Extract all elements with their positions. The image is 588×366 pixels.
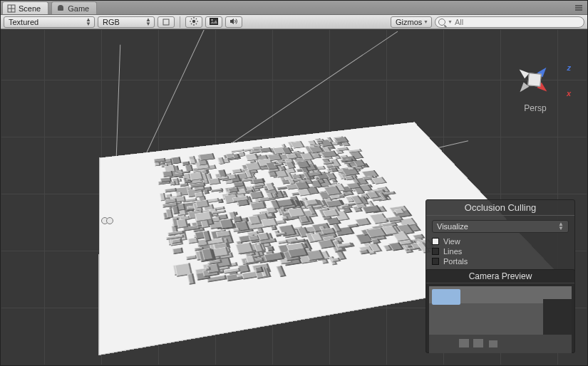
- building-block: [199, 153, 215, 161]
- chevron-down-icon: ▼: [448, 19, 453, 24]
- tab-scene-label: Scene: [19, 4, 41, 13]
- preview-box: [473, 339, 483, 347]
- search-input[interactable]: [455, 18, 581, 26]
- scene-camera-gizmo[interactable]: [101, 216, 114, 225]
- building-block: [331, 257, 341, 262]
- toolbar-separator: [180, 16, 180, 28]
- preview-box: [489, 340, 497, 347]
- image-effects-toggle[interactable]: [205, 16, 222, 28]
- scene-icon: [7, 4, 16, 13]
- building-block: [228, 174, 237, 179]
- picture-icon: [210, 18, 218, 26]
- search-icon: [438, 19, 445, 26]
- svg-line-14: [191, 23, 192, 23]
- game-icon: [56, 4, 65, 13]
- gizmos-dropdown[interactable]: Gizmos ▼: [391, 16, 432, 28]
- preview-floor: [429, 335, 572, 353]
- occlusion-lines-label: Lines: [443, 247, 462, 256]
- projection-label[interactable]: Persp: [500, 103, 571, 113]
- svg-point-7: [192, 19, 195, 22]
- gizmos-label: Gizmos: [396, 18, 422, 26]
- lighting-toggle[interactable]: [185, 16, 202, 28]
- building-block: [277, 266, 287, 277]
- tab-game-label: Game: [68, 4, 89, 13]
- panel-menu-icon[interactable]: [573, 4, 584, 14]
- occlusion-mode-label: Visualize: [437, 222, 468, 231]
- building-block: [220, 219, 234, 229]
- occlusion-panel-title: Occlusion Culling: [426, 200, 574, 216]
- camera-preview-title: Camera Preview: [426, 270, 574, 283]
- chevron-down-icon: ▼: [423, 19, 428, 24]
- building-block: [175, 192, 182, 197]
- svg-line-15: [196, 19, 197, 19]
- updown-arrows-icon: ▲▼: [558, 222, 564, 231]
- orientation-gizmo[interactable]: z x Persp: [500, 55, 571, 126]
- occlusion-portals-label: Portals: [443, 257, 468, 266]
- checkbox-icon[interactable]: [432, 248, 439, 255]
- axis-cone[interactable]: [517, 67, 529, 79]
- occlusion-lines-row[interactable]: Lines: [432, 246, 569, 256]
- svg-rect-6: [163, 19, 169, 25]
- svg-line-13: [196, 23, 197, 23]
- occlusion-view-label: View: [443, 237, 460, 246]
- occlusion-portals-row[interactable]: Portals: [432, 256, 569, 266]
- scene-view-window: Scene Game Textured ▲▼ RGB ▲▼: [0, 0, 588, 366]
- audio-toggle[interactable]: [225, 16, 242, 28]
- occlusion-mode-dropdown[interactable]: Visualize ▲▼: [432, 220, 569, 233]
- building-block: [232, 154, 240, 159]
- svg-rect-16: [210, 18, 218, 24]
- camera-preview-viewport: [429, 286, 572, 353]
- tab-scene[interactable]: Scene: [2, 1, 48, 14]
- svg-line-12: [191, 19, 192, 19]
- building-block: [190, 172, 204, 181]
- scene-toolbar: Textured ▲▼ RGB ▲▼ Gizmos: [1, 15, 587, 29]
- scene-search[interactable]: ▼: [435, 16, 584, 28]
- x-axis-label: x: [567, 89, 571, 98]
- building-block: [187, 273, 196, 285]
- building-block: [359, 249, 370, 255]
- occlusion-view-row[interactable]: View: [432, 236, 569, 246]
- render-mode-label: Textured: [9, 18, 38, 26]
- preview-sky: [432, 289, 460, 305]
- checkbox-icon[interactable]: [432, 238, 439, 245]
- scene-viewport[interactable]: z x Persp Occlusion Culling Visualize ▲▼…: [1, 30, 587, 365]
- building-block: [291, 141, 305, 149]
- building-block: [171, 157, 181, 164]
- building-block: [177, 219, 188, 228]
- building-block: [271, 226, 278, 230]
- updown-arrows-icon: ▲▼: [86, 18, 91, 26]
- checkbox-icon[interactable]: [432, 258, 439, 265]
- building-block: [233, 216, 243, 223]
- sun-icon: [190, 17, 198, 27]
- gizmo-center-cube[interactable]: [527, 73, 542, 87]
- render-mode-dropdown[interactable]: Textured ▲▼: [4, 16, 95, 28]
- building-block: [207, 178, 221, 185]
- tab-bar: Scene Game: [1, 1, 587, 15]
- building-block: [190, 159, 197, 164]
- z-axis-label: z: [567, 63, 572, 72]
- building-block: [173, 248, 184, 254]
- draw-mode-dropdown[interactable]: RGB ▲▼: [98, 16, 155, 28]
- scene-view-2d-toggle[interactable]: [158, 16, 175, 28]
- draw-mode-label: RGB: [103, 18, 120, 26]
- updown-arrows-icon: ▲▼: [145, 18, 151, 26]
- tab-game[interactable]: Game: [51, 1, 97, 14]
- camera-preview-panel: Camera Preview: [425, 269, 575, 353]
- audio-icon: [229, 18, 238, 26]
- svg-point-17: [212, 19, 213, 21]
- building-block: [250, 202, 267, 210]
- preview-box: [459, 339, 469, 347]
